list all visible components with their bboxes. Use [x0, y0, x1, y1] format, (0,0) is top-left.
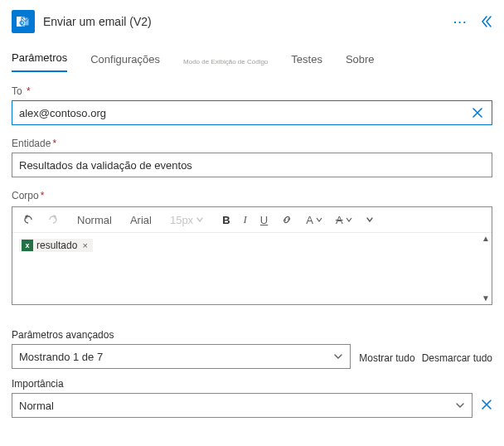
- tab-testes[interactable]: Testes: [291, 48, 322, 72]
- importance-label: Importância: [12, 378, 64, 390]
- tab-sobre[interactable]: Sobre: [346, 48, 375, 72]
- editor-scrollbar[interactable]: ▲ ▼: [482, 235, 490, 303]
- outlook-icon: O: [12, 10, 35, 33]
- advanced-label: Parâmetros avançados: [12, 329, 114, 341]
- font-color-button[interactable]: A: [303, 212, 326, 228]
- svg-text:O: O: [19, 19, 24, 27]
- redo-button[interactable]: [44, 212, 62, 227]
- chip-remove-button[interactable]: ×: [82, 240, 87, 250]
- corpo-label: Corpo*: [12, 190, 44, 201]
- rich-text-editor: Normal Arial 15px B I U A A: [12, 206, 492, 305]
- tab-parametros[interactable]: Parâmetros: [12, 46, 67, 72]
- tab-configuracoes[interactable]: Configurações: [90, 48, 160, 72]
- importance-select[interactable]: Normal: [12, 393, 472, 418]
- to-value: alex@contoso.org: [19, 107, 106, 119]
- clear-importance-button[interactable]: [481, 399, 492, 418]
- undo-button[interactable]: [19, 212, 37, 227]
- font-size-select[interactable]: 15px: [167, 212, 207, 228]
- card-title: Enviar um email (V2): [43, 15, 445, 28]
- to-label: To *: [12, 85, 31, 97]
- clear-to-button[interactable]: [468, 101, 487, 124]
- scroll-up-icon: ▲: [482, 235, 490, 243]
- entidade-row: Entidade* Resultados da validação de eve…: [12, 137, 492, 177]
- importance-row: Importância Normal: [12, 377, 492, 418]
- chip-label: resultado: [36, 240, 77, 251]
- entidade-label: Entidade*: [12, 138, 56, 149]
- editor-body[interactable]: x resultado × ▲ ▼: [12, 233, 492, 304]
- importance-value: Normal: [19, 400, 54, 412]
- chevron-down-icon: [333, 345, 343, 368]
- style-select[interactable]: Normal: [74, 212, 115, 228]
- entidade-value: Resultados da validação de eventos: [19, 159, 192, 172]
- advanced-parameters-row: Parâmetros avançados Mostrando 1 de 7 Mo…: [12, 328, 492, 369]
- advanced-select[interactable]: Mostrando 1 de 7: [12, 344, 351, 369]
- show-all-link[interactable]: Mostrar tudo: [359, 352, 414, 364]
- bold-button[interactable]: B: [219, 212, 233, 228]
- chevron-down-icon: [455, 394, 465, 417]
- italic-button[interactable]: I: [240, 211, 250, 228]
- font-select[interactable]: Arial: [127, 212, 155, 228]
- tab-bar: Parâmetros Configurações Modo de Exibiçã…: [12, 46, 492, 73]
- advanced-select-value: Mostrando 1 de 7: [19, 351, 103, 363]
- toolbar-overflow-button[interactable]: [362, 214, 377, 225]
- editor-toolbar: Normal Arial 15px B I U A A: [12, 207, 492, 233]
- more-options-button[interactable]: ···: [453, 16, 468, 28]
- dynamic-content-chip[interactable]: x resultado ×: [19, 239, 93, 252]
- to-input[interactable]: alex@contoso.org: [12, 100, 492, 125]
- collapse-button[interactable]: [479, 15, 492, 28]
- highlight-button[interactable]: A: [332, 212, 356, 228]
- to-row: To * alex@contoso.org: [12, 85, 492, 125]
- action-card: O Enviar um email (V2) ··· Parâmetros Co…: [0, 0, 504, 429]
- excel-icon: x: [22, 240, 33, 251]
- tab-modo-exibicao[interactable]: Modo de Exibição de Código: [183, 53, 268, 72]
- card-header: O Enviar um email (V2) ···: [12, 8, 492, 41]
- link-button[interactable]: [278, 212, 296, 227]
- underline-button[interactable]: U: [257, 212, 271, 228]
- entidade-input[interactable]: Resultados da validação de eventos: [12, 153, 492, 177]
- scroll-down-icon: ▼: [482, 294, 490, 303]
- corpo-row: Corpo* Normal Arial 15px B I U: [12, 189, 492, 305]
- clear-all-link[interactable]: Desmarcar tudo: [422, 352, 492, 364]
